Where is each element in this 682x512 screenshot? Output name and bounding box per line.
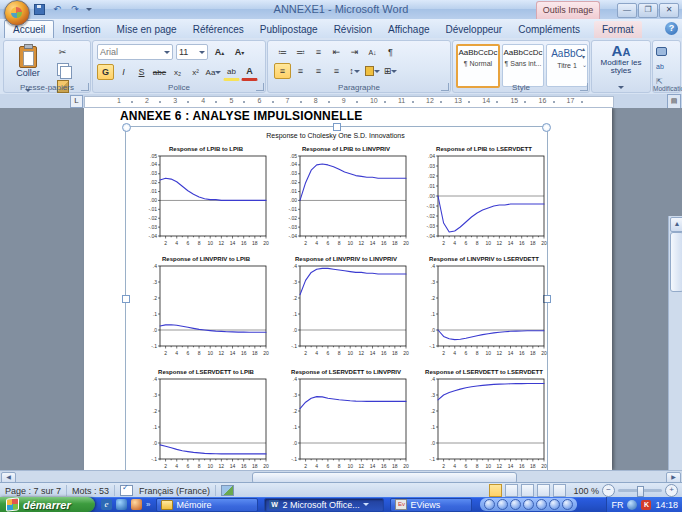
tab-publipostage[interactable]: Publipostage: [252, 21, 326, 38]
view-web-layout-button[interactable]: [521, 484, 534, 497]
view-outline-button[interactable]: [537, 484, 550, 497]
tab-affichage[interactable]: Affichage: [380, 21, 438, 38]
align-center-button[interactable]: ≡: [292, 63, 309, 79]
deskband-button-1[interactable]: [484, 499, 495, 510]
svg-text:8: 8: [338, 463, 341, 469]
page[interactable]: ANNEXE 6 : ANALYSE IMPULSIONNELLE Respon…: [84, 108, 612, 470]
zoom-slider-thumb[interactable]: [637, 486, 644, 497]
restore-button[interactable]: ❐: [638, 3, 658, 18]
deskband-button-2[interactable]: [497, 499, 508, 510]
tab-selector-button[interactable]: L: [70, 95, 83, 108]
zoom-level[interactable]: 100 %: [573, 486, 599, 496]
zoom-in-button[interactable]: +: [665, 484, 678, 497]
font-size-combo[interactable]: 11: [176, 44, 208, 60]
tab-insertion[interactable]: Insertion: [54, 21, 108, 38]
minimize-button[interactable]: —: [617, 3, 637, 18]
italic-button[interactable]: I: [115, 64, 132, 80]
styles-scroll-down-button[interactable]: ▾: [582, 53, 587, 60]
numbering-button[interactable]: ≕: [292, 44, 309, 60]
word-count[interactable]: Mots : 53: [72, 486, 109, 496]
tab-mise-en-page[interactable]: Mise en page: [109, 21, 185, 38]
selection-handle-topmid[interactable]: [333, 123, 341, 131]
paragraph-dialog-launcher[interactable]: [441, 83, 449, 91]
ruler-band[interactable]: 1234567891011121314151617: [84, 96, 614, 108]
view-fullscreen-button[interactable]: [505, 484, 518, 497]
cut-button[interactable]: ✂: [54, 44, 71, 60]
bullets-button[interactable]: ≔: [274, 44, 291, 60]
style-sans-interligne[interactable]: AaBbCcDc ¶ Sans int...: [502, 44, 544, 87]
deskband-button-3[interactable]: [510, 499, 521, 510]
copy-button[interactable]: [54, 61, 71, 77]
style-normal[interactable]: AaBbCcDc ¶ Normal: [456, 44, 500, 88]
tray-icon-blue[interactable]: [627, 500, 637, 510]
deskband-button-5[interactable]: [536, 499, 547, 510]
line-spacing-button[interactable]: ↕: [346, 63, 363, 79]
spellcheck-icon[interactable]: [120, 485, 133, 496]
justify-button[interactable]: ≡: [328, 63, 345, 79]
page-indicator[interactable]: Page : 7 sur 7: [5, 486, 61, 496]
scroll-up-button[interactable]: ▲: [670, 217, 682, 232]
deskband-button-6[interactable]: [549, 499, 560, 510]
find-button[interactable]: [656, 45, 667, 58]
deskband-button-4[interactable]: [523, 499, 534, 510]
quick-launch-more[interactable]: »: [146, 500, 150, 509]
underline-button[interactable]: S: [133, 64, 150, 80]
sort-button[interactable]: A↓: [364, 44, 381, 60]
start-button[interactable]: démarrer: [0, 497, 95, 512]
tray-icon-antivirus[interactable]: K: [641, 500, 651, 510]
change-styles-button[interactable]: AA Modifier les styles: [592, 44, 650, 93]
vertical-scrollbar[interactable]: ▲ ▼: [668, 216, 682, 470]
language-bar[interactable]: FR: [611, 500, 623, 510]
tab-developpeur[interactable]: Développeur: [438, 21, 511, 38]
superscript-button[interactable]: x²: [187, 64, 204, 80]
language-indicator[interactable]: Français (France): [139, 486, 210, 496]
change-case-button[interactable]: Aa: [205, 64, 222, 80]
font-color-button[interactable]: A: [241, 63, 258, 81]
tab-references[interactable]: Références: [185, 21, 252, 38]
subscript-button[interactable]: x₂: [169, 64, 186, 80]
align-left-button[interactable]: ≡: [274, 63, 291, 79]
taskbar-window-office-group[interactable]: W 2 Microsoft Office...: [264, 498, 384, 512]
tab-complements[interactable]: Compléments: [510, 21, 588, 38]
view-print-layout-button[interactable]: [489, 484, 502, 497]
internet-explorer-icon[interactable]: e: [101, 499, 112, 510]
macro-icon[interactable]: [221, 485, 234, 496]
taskbar-window-memoire[interactable]: Mémoire: [156, 498, 258, 512]
shrink-font-button[interactable]: A▾: [231, 44, 248, 60]
font-dialog-launcher[interactable]: [256, 83, 264, 91]
messenger-icon[interactable]: [131, 499, 142, 510]
shading-button[interactable]: [364, 63, 381, 79]
selection-handle-topleft[interactable]: [122, 123, 131, 132]
taskbar-window-eviews[interactable]: Ev EViews: [390, 498, 472, 512]
highlight-button[interactable]: ab: [223, 63, 240, 81]
selection-handle-topright[interactable]: [542, 123, 551, 132]
view-draft-button[interactable]: [553, 484, 566, 497]
office-button[interactable]: [4, 0, 30, 26]
replace-button[interactable]: ab: [656, 60, 667, 73]
vertical-scroll-thumb[interactable]: [670, 232, 682, 292]
selection-handle-leftmid[interactable]: [122, 295, 130, 303]
help-button[interactable]: ?: [665, 22, 678, 35]
ruler-toggle-button[interactable]: ▤: [667, 94, 681, 109]
tab-revision[interactable]: Révision: [326, 21, 380, 38]
grow-font-button[interactable]: A▴: [211, 44, 228, 60]
clipboard-dialog-launcher[interactable]: [81, 83, 89, 91]
strikethrough-button[interactable]: abe: [151, 64, 168, 80]
close-button[interactable]: ✕: [659, 3, 679, 18]
styles-gallery-more-button[interactable]: ⌄: [582, 61, 587, 68]
align-right-button[interactable]: ≡: [310, 63, 327, 79]
multilevel-list-button[interactable]: ≡: [310, 44, 327, 60]
decrease-indent-button[interactable]: ⇤: [328, 44, 345, 60]
deskband-button-7[interactable]: [562, 499, 573, 510]
tab-format[interactable]: Format: [594, 21, 642, 38]
styles-dialog-launcher[interactable]: [580, 83, 588, 91]
increase-indent-button[interactable]: ⇥: [346, 44, 363, 60]
font-family-combo[interactable]: Arial: [97, 44, 173, 60]
pilcrow-button[interactable]: ¶: [382, 44, 399, 60]
media-player-icon[interactable]: [116, 499, 127, 510]
bold-button[interactable]: G: [97, 64, 114, 80]
borders-button[interactable]: ⊞: [382, 63, 399, 79]
zoom-slider[interactable]: [618, 489, 662, 492]
styles-scroll-up-button[interactable]: ▴: [582, 45, 587, 52]
zoom-out-button[interactable]: −: [602, 484, 615, 497]
